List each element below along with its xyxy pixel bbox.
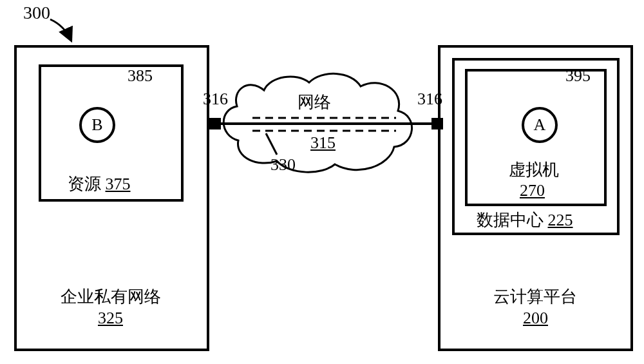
ref-375: 375: [106, 175, 131, 193]
resource-label: 资源: [68, 175, 101, 193]
vm-label: 虚拟机: [509, 160, 559, 179]
ref-225: 225: [548, 211, 573, 229]
svg-line-6: [266, 133, 277, 155]
resource-caption: 资源 375: [68, 175, 131, 194]
private-net-label: 企业私有网络: [61, 287, 161, 306]
endpoint-a-circle: A: [522, 107, 558, 143]
ref-316-right: 316: [417, 90, 442, 109]
ref-200: 200: [523, 309, 548, 328]
ref-385: 385: [128, 67, 153, 86]
cloud-caption: 云计算平台: [493, 288, 577, 307]
private-net-caption: 企业私有网络: [61, 288, 161, 307]
datacenter-caption: 数据中心 225: [477, 211, 573, 230]
figure-ref-300: 300: [23, 3, 50, 23]
ref-395: 395: [565, 67, 591, 86]
cloud-label: 云计算平台: [493, 287, 577, 306]
endpoint-a-letter: A: [534, 115, 546, 135]
gateway-left-node: [209, 118, 221, 129]
gateway-right-node: [431, 118, 443, 129]
datacenter-label: 数据中心: [477, 211, 544, 229]
ref-330: 330: [270, 156, 296, 175]
endpoint-b-letter: B: [91, 115, 102, 135]
ref-270: 270: [520, 182, 545, 200]
ref-325: 325: [98, 309, 123, 328]
endpoint-b-circle: B: [79, 107, 115, 143]
diagram-canvas: 300: [0, 0, 644, 364]
network-label: 网络: [298, 93, 331, 112]
vm-caption: 虚拟机: [509, 161, 559, 180]
ref-316-left: 316: [203, 90, 228, 109]
ref-315: 315: [310, 134, 336, 153]
